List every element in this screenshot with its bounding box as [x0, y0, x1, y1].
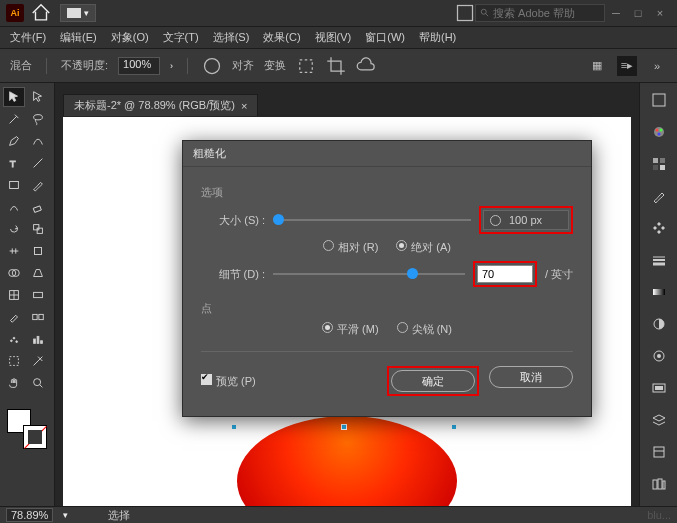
- absolute-option[interactable]: 绝对 (A): [396, 240, 451, 255]
- swatches-panel-icon[interactable]: [648, 153, 670, 175]
- shaper-tool[interactable]: [3, 197, 25, 217]
- perspective-tool[interactable]: [27, 263, 49, 283]
- blend-tool[interactable]: [27, 307, 49, 327]
- arrange-icon[interactable]: [455, 3, 475, 23]
- panel-menu-icon[interactable]: ≡▸: [617, 56, 637, 76]
- mesh-tool[interactable]: [3, 285, 25, 305]
- lasso-tool[interactable]: [27, 109, 49, 129]
- rectangle-tool[interactable]: [3, 175, 25, 195]
- isolate-icon[interactable]: [296, 56, 316, 76]
- stroke-panel-icon[interactable]: [648, 249, 670, 271]
- svg-rect-19: [34, 292, 43, 297]
- curvature-tool[interactable]: [27, 131, 49, 151]
- detail-input[interactable]: 70: [477, 265, 533, 283]
- maximize-button[interactable]: □: [627, 7, 649, 19]
- detail-slider[interactable]: [273, 273, 465, 275]
- color-panel-icon[interactable]: [648, 121, 670, 143]
- recolor-icon[interactable]: [202, 56, 222, 76]
- svg-rect-0: [67, 8, 81, 18]
- document-tab[interactable]: 未标题-2* @ 78.89% (RGB/预览) ×: [63, 94, 258, 116]
- relative-option[interactable]: 相对 (R): [323, 240, 378, 255]
- corner-option[interactable]: 尖锐 (N): [397, 322, 452, 337]
- eyedropper-tool[interactable]: [3, 307, 25, 327]
- svg-text:T: T: [10, 158, 16, 169]
- type-tool[interactable]: T: [3, 153, 25, 173]
- toggle-fill-stroke[interactable]: [3, 395, 49, 403]
- fill-stroke-swatch[interactable]: [7, 409, 47, 449]
- svg-rect-27: [41, 341, 43, 344]
- menu-view[interactable]: 视图(V): [309, 28, 358, 47]
- close-button[interactable]: ×: [649, 7, 671, 19]
- appearance-panel-icon[interactable]: [648, 345, 670, 367]
- line-tool[interactable]: [27, 153, 49, 173]
- svg-rect-38: [653, 165, 658, 170]
- transform-label[interactable]: 变换: [264, 58, 286, 73]
- zoom-tool[interactable]: [27, 373, 49, 393]
- svg-line-3: [486, 14, 489, 17]
- graphic-styles-panel-icon[interactable]: [648, 377, 670, 399]
- properties-panel-icon[interactable]: [648, 89, 670, 111]
- home-button[interactable]: [30, 2, 52, 24]
- align-label[interactable]: 对齐: [232, 58, 254, 73]
- size-slider[interactable]: [273, 219, 471, 221]
- cloud-icon[interactable]: [356, 56, 376, 76]
- svg-rect-31: [653, 94, 665, 106]
- selection-tool[interactable]: [3, 87, 25, 107]
- menu-help[interactable]: 帮助(H): [413, 28, 462, 47]
- layout-dropdown[interactable]: ▾: [60, 4, 96, 22]
- menu-select[interactable]: 选择(S): [207, 28, 256, 47]
- minimize-button[interactable]: ─: [605, 7, 627, 19]
- grid-icon[interactable]: ▦: [587, 56, 607, 76]
- artboard-tool[interactable]: [3, 351, 25, 371]
- hand-tool[interactable]: [3, 373, 25, 393]
- layers-panel-icon[interactable]: [648, 409, 670, 431]
- magic-wand-tool[interactable]: [3, 109, 25, 129]
- pen-tool[interactable]: [3, 131, 25, 151]
- column-graph-tool[interactable]: [27, 329, 49, 349]
- shape-builder-tool[interactable]: [3, 263, 25, 283]
- zoom-field[interactable]: 78.89%: [6, 508, 53, 522]
- search-input[interactable]: 搜索 Adobe 帮助: [475, 4, 605, 22]
- document-tab-label: 未标题-2* @ 78.89% (RGB/预览): [74, 98, 235, 113]
- symbol-sprayer-tool[interactable]: [3, 329, 25, 349]
- brushes-panel-icon[interactable]: [648, 185, 670, 207]
- symbols-panel-icon[interactable]: [648, 217, 670, 239]
- stroke-swatch[interactable]: [23, 425, 47, 449]
- size-value-box[interactable]: 100 px: [483, 210, 569, 230]
- bbox-handle[interactable]: [451, 424, 457, 430]
- artwork-shape[interactable]: [237, 416, 457, 506]
- collapse-icon[interactable]: »: [647, 56, 667, 76]
- asset-export-panel-icon[interactable]: [648, 441, 670, 463]
- svg-rect-26: [37, 336, 39, 343]
- paintbrush-tool[interactable]: [27, 175, 49, 195]
- slice-tool[interactable]: [27, 351, 49, 371]
- crop-icon[interactable]: [326, 56, 346, 76]
- menu-edit[interactable]: 编辑(E): [54, 28, 103, 47]
- eraser-tool[interactable]: [27, 197, 49, 217]
- direct-selection-tool[interactable]: [27, 87, 49, 107]
- smooth-option[interactable]: 平滑 (M): [322, 322, 379, 337]
- tab-close-icon[interactable]: ×: [241, 100, 247, 112]
- preview-checkbox[interactable]: 预览 (P): [201, 374, 256, 389]
- scale-tool[interactable]: [27, 219, 49, 239]
- menu-window[interactable]: 窗口(W): [359, 28, 411, 47]
- menu-type[interactable]: 文字(T): [157, 28, 205, 47]
- svg-rect-51: [653, 480, 657, 489]
- menu-file[interactable]: 文件(F): [4, 28, 52, 47]
- opacity-stepper[interactable]: ›: [170, 61, 173, 71]
- opacity-input[interactable]: 100%: [118, 57, 160, 75]
- width-tool[interactable]: [3, 241, 25, 261]
- menu-object[interactable]: 对象(O): [105, 28, 155, 47]
- transparency-panel-icon[interactable]: [648, 313, 670, 335]
- ok-button[interactable]: 确定: [391, 370, 475, 392]
- gradient-panel-icon[interactable]: [648, 281, 670, 303]
- gradient-tool[interactable]: [27, 285, 49, 305]
- free-transform-tool[interactable]: [27, 241, 49, 261]
- menu-effect[interactable]: 效果(C): [257, 28, 306, 47]
- cancel-button[interactable]: 取消: [489, 366, 573, 388]
- bbox-handle[interactable]: [341, 424, 347, 430]
- rotate-tool[interactable]: [3, 219, 25, 239]
- zoom-dropdown-icon[interactable]: ▾: [63, 510, 68, 520]
- bbox-handle[interactable]: [231, 424, 237, 430]
- libraries-panel-icon[interactable]: [648, 473, 670, 495]
